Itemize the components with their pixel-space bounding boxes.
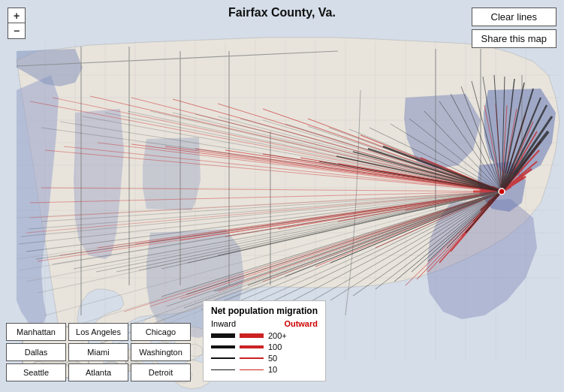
legend-row-50: 50 [211, 354, 318, 363]
legend-red-medium [240, 345, 264, 348]
legend-subtitle: Inward Outward [211, 319, 318, 328]
legend-red-thick [240, 333, 264, 338]
outward-label: Outward [284, 319, 318, 328]
inward-label: Inward [211, 319, 236, 328]
city-btn-atlanta[interactable]: Atlanta [68, 363, 128, 381]
legend-black-medium [211, 345, 235, 348]
legend-value-100: 100 [268, 342, 291, 351]
legend-red-thin [240, 357, 264, 359]
legend-black-thick [211, 333, 235, 338]
city-btn-dallas[interactable]: Dallas [6, 343, 66, 361]
city-btn-manhattan[interactable]: Manhattan [6, 323, 66, 341]
legend-value-50: 50 [268, 354, 291, 363]
legend-value-200: 200+ [268, 331, 291, 340]
map-title: Fairfax County, Va. [228, 6, 336, 20]
clear-lines-button[interactable]: Clear lines [472, 8, 556, 26]
legend-black-thin [211, 357, 235, 359]
legend-title: Net population migration [211, 306, 318, 316]
city-legend: Manhattan Los Angeles Chicago Dallas Mia… [6, 323, 191, 381]
migration-legend: Net population migration Inward Outward … [203, 300, 326, 381]
legend-row-200: 200+ [211, 331, 318, 340]
city-btn-washington[interactable]: Washington [131, 343, 191, 361]
zoom-in-button[interactable]: + [8, 8, 25, 23]
city-btn-detroit[interactable]: Detroit [131, 363, 191, 381]
city-btn-los-angeles[interactable]: Los Angeles [68, 323, 128, 341]
action-buttons: Clear lines Share this map [472, 8, 556, 48]
legend-red-very-thin [240, 369, 264, 370]
city-btn-seattle[interactable]: Seattle [6, 363, 66, 381]
legend-row-100: 100 [211, 342, 318, 351]
city-btn-miami[interactable]: Miami [68, 343, 128, 361]
legend-value-10: 10 [268, 365, 291, 374]
zoom-controls: + − [8, 8, 26, 39]
map-container: Fairfax County, Va. + − Clear lines Shar… [0, 0, 564, 392]
legend-row-10: 10 [211, 365, 318, 374]
zoom-out-button[interactable]: − [8, 23, 25, 38]
share-map-button[interactable]: Share this map [472, 29, 556, 48]
city-btn-chicago[interactable]: Chicago [131, 323, 191, 341]
legend-black-very-thin [211, 369, 235, 370]
